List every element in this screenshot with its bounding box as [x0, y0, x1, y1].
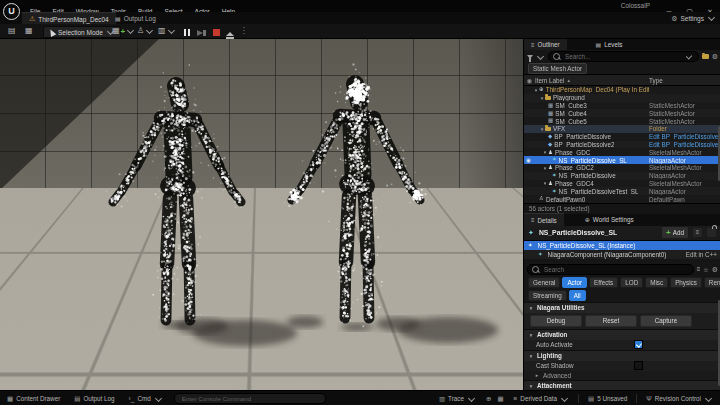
outliner-row-sm-cube5[interactable]: ▦ SM_Cube5 StaticMeshActor	[524, 117, 720, 125]
pause-button[interactable]	[183, 22, 191, 40]
chip-lod[interactable]: LOD	[620, 277, 643, 288]
chip-streaming[interactable]: Streaming	[528, 290, 567, 301]
messages-icon[interactable]: ▦	[494, 395, 506, 403]
cast-shadow-checkbox[interactable]	[634, 361, 643, 370]
add-actor-button[interactable]: ▦ +	[112, 24, 135, 38]
chevron-down-icon	[537, 52, 544, 59]
outliner-row-bp-particledissolve2[interactable]: ◆ BP_ParticleDissolve2 Edit BP_ParticleD…	[524, 141, 720, 149]
component-row-instance[interactable]: ✦ NS_ParticleDissolve_SL (Instance)	[524, 241, 720, 250]
tab-output-log[interactable]: ▤ Output Log	[108, 12, 163, 24]
particle-dissolve-characters	[0, 38, 523, 390]
add-component-button[interactable]: + Add	[661, 226, 689, 239]
section-niagara-utilities[interactable]: ▾ Niagara Utilities	[524, 302, 720, 313]
column-view-icon[interactable]: ≡	[697, 266, 701, 272]
outliner-row-sm-cube3[interactable]: ▦ SM_Cube3 StaticMeshActor	[524, 102, 720, 110]
debug-button[interactable]: Debug	[530, 315, 582, 327]
cmd-dropdown[interactable]: ›_ Cmd	[122, 391, 170, 405]
plus-icon: +	[121, 27, 126, 36]
pawn-icon: ♙	[539, 196, 544, 202]
stop-button[interactable]	[213, 22, 220, 40]
outliner-search-input[interactable]	[548, 51, 699, 62]
outliner-row-phase-gdc2[interactable]: ▾ ♟ Phase_GDC2 SkeletalMeshActor	[524, 164, 720, 172]
chevron-down-icon	[127, 27, 134, 34]
settings-button[interactable]: ⚙ Settings	[671, 12, 716, 24]
outliner-column-header[interactable]: ◉ Item Label ▲ Type	[524, 74, 720, 86]
frame-skip-button[interactable]	[197, 22, 207, 40]
chip-general[interactable]: General	[528, 277, 560, 288]
derived-data-dropdown[interactable]: ≡ Derived Data	[507, 391, 577, 405]
outliner-row-ns-particledissolve-sl[interactable]: ◉ ✦ NS_ParticleDissolve_SL NiagaraActor	[524, 156, 720, 164]
level-viewport[interactable]	[0, 38, 523, 390]
blueprints-button[interactable]: ♙	[137, 24, 154, 38]
section-activation[interactable]: ▾ Activation	[524, 329, 720, 340]
chip-actor[interactable]: Actor	[562, 277, 587, 288]
niagara-utility-buttons: Debug Reset Capture	[524, 313, 720, 329]
outliner-row-ns-particledissolvetest-sl[interactable]: ✦ NS_ParticleDissolveTest_SL NiagaraActo…	[524, 187, 720, 195]
console-command-input[interactable]	[174, 393, 326, 404]
edit-in-cpp-link[interactable]: Edit in C++	[686, 251, 717, 258]
playback-options-icon[interactable]: ⋮	[240, 24, 248, 38]
capture-button[interactable]: Capture	[640, 315, 692, 327]
skeletal-mesh-icon: ♟	[548, 150, 553, 156]
outliner-row-phase-gdc4[interactable]: ▾ ♟ Phase_GDC4 SkeletalMeshActor	[524, 180, 720, 188]
tab-levels[interactable]: ▤ Levels	[589, 38, 630, 50]
selection-mode-dropdown[interactable]: Selection Mode	[43, 26, 121, 38]
eject-button[interactable]	[226, 22, 234, 40]
details-actor-header: ✦ NS_ParticleDissolve_SL + Add ≡	[524, 226, 720, 241]
outliner-row-sm-cube4[interactable]: ▦ SM_Cube4 StaticMeshActor	[524, 109, 720, 117]
tab-details[interactable]: ≡ Details	[524, 213, 564, 226]
globe-icon: ⊕	[585, 216, 590, 223]
details-icon: ≡	[531, 217, 535, 223]
eye-icon[interactable]: ◉	[524, 157, 533, 163]
reset-button[interactable]: Reset	[585, 315, 637, 327]
favorites-star-icon[interactable]: ☆	[703, 266, 708, 273]
details-settings-gear-icon[interactable]: ⚙	[712, 266, 718, 273]
lock-icon[interactable]	[706, 227, 717, 238]
outliner-row-ns-particledissolve[interactable]: ✦ NS_ParticleDissolve NiagaraActor	[524, 172, 720, 180]
chip-physics[interactable]: Physics	[670, 277, 702, 288]
chip-misc[interactable]: Misc	[645, 277, 668, 288]
save-icon[interactable]: ▤	[8, 24, 16, 38]
outliner-row-bp-particledissolve[interactable]: ◆ BP_ParticleDissolve Edit BP_ParticleDi…	[524, 133, 720, 141]
revision-control-dropdown[interactable]: Ψ Revision Control	[639, 391, 720, 405]
chip-rendering[interactable]: Rendering	[704, 277, 720, 288]
folder-icon	[545, 127, 551, 131]
chevron-down-icon	[146, 27, 153, 34]
auto-activate-checkbox[interactable]	[634, 340, 643, 349]
chip-effects[interactable]: Effects	[589, 277, 618, 288]
outliner-row-defaultpawn0[interactable]: ♙ DefaultPawn0 DefaultPawn	[524, 195, 720, 203]
filter-funnel-icon[interactable]	[527, 55, 533, 59]
new-folder-icon[interactable]	[702, 54, 709, 59]
type-column[interactable]: Type	[649, 77, 720, 84]
selection-mode-label: Selection Mode	[58, 29, 103, 36]
outliner-row-phase-gdc[interactable]: ▾ ♟ Phase_GDC SkeletalMeshActor	[524, 148, 720, 156]
component-browse-icon[interactable]: ≡	[692, 227, 703, 238]
globe-icon[interactable]: ⊕	[483, 395, 494, 403]
outliner-list-icon: ≡	[531, 42, 535, 48]
outliner-settings-gear-icon[interactable]: ⚙	[712, 53, 718, 60]
eye-icon[interactable]: ◉	[524, 77, 535, 84]
outliner-row-vfx-folder[interactable]: ▾ VFX Folder	[524, 125, 720, 133]
outliner-row-world[interactable]: ▾ ⊕ ThirdPersonMap_Dec04 (Play In Editor…	[524, 86, 720, 94]
unsaved-button[interactable]: ▤ 5 Unsaved	[581, 391, 634, 405]
chip-all[interactable]: All	[569, 290, 586, 301]
window-title: ColossalP	[621, 0, 650, 12]
output-log-button[interactable]: ▤ Output Log	[67, 391, 121, 405]
outliner-row-playground[interactable]: ▾ Playground	[524, 94, 720, 102]
tab-outliner[interactable]: ≡ Outliner	[524, 38, 567, 51]
item-label-column[interactable]: Item Label	[535, 77, 564, 84]
details-search-input[interactable]	[527, 264, 694, 275]
component-row-niagaracomponent[interactable]: ✦ NiagaraComponent (NiagaraComponent0) E…	[524, 250, 720, 259]
trace-dropdown[interactable]: ▥ Trace	[432, 391, 483, 405]
niagara-icon: ✦	[552, 189, 557, 195]
edit-blueprint-link[interactable]: Edit BP_ParticleDissolve	[649, 141, 720, 148]
content-drawer-button[interactable]: ▦ Content Drawer	[0, 391, 67, 405]
content-import-icon[interactable]: ▦	[25, 24, 33, 38]
edit-blueprint-link[interactable]: Edit BP_ParticleDissolve	[649, 133, 720, 140]
advanced-expander[interactable]: ▸ Advanced	[524, 371, 720, 380]
filter-chip-static-mesh-actor[interactable]: Static Mesh Actor	[528, 63, 587, 74]
unreal-logo[interactable]: U	[3, 3, 20, 20]
section-lighting[interactable]: ▾ Lighting	[524, 350, 720, 361]
cinematics-button[interactable]: ▥	[158, 24, 176, 38]
tab-world-settings[interactable]: ⊕ World Settings	[578, 214, 641, 226]
